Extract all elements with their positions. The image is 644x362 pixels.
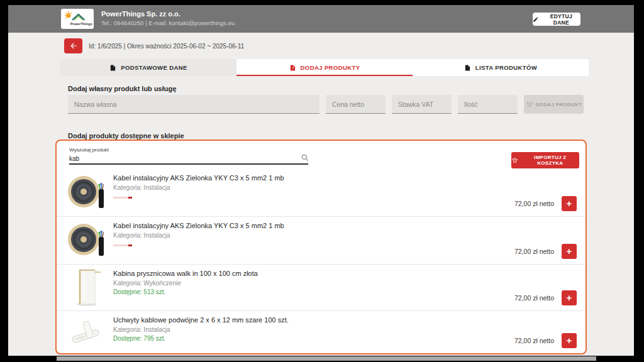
product-image xyxy=(66,314,108,354)
powerthings-logo-icon: PowerThings xyxy=(62,10,92,28)
add-product-button[interactable]: DODAJ PRODUKT xyxy=(524,95,584,114)
company-contact: Tel.: 094640250 | E-mail: kontakt@powert… xyxy=(101,19,235,26)
product-row: Uchwyty kablowe podwójne 2 x 6 x 12 mm s… xyxy=(57,310,586,353)
cable-spool-image xyxy=(67,172,106,211)
shower-panel-image xyxy=(70,268,103,307)
product-category: Kategoria: Wykończenie xyxy=(113,280,258,287)
shop-products-panel: Wyszukaj produkt IMPORTUJ Z KOSZYKA xyxy=(55,140,587,354)
tab-label: PODSTAWOWE DANE xyxy=(121,64,187,71)
company-logo: PowerThings xyxy=(61,9,94,29)
app-header: PowerThings PowerThings Sp. zz o.o. Tel.… xyxy=(8,5,634,33)
product-row: Kabel instalacyjny AKS Zielonka YKY C3 x… xyxy=(57,169,586,216)
add-to-list-button[interactable]: + xyxy=(562,196,577,211)
product-title: Kabel instalacyjny AKS Zielonka YKY C3 x… xyxy=(113,174,284,182)
product-price: 72,00 zł netto xyxy=(514,337,554,344)
tab-dodaj-produkty[interactable]: DODAJ PRODUKTY xyxy=(236,59,413,76)
availability-text: Dostępne: 513 szt. xyxy=(113,288,258,295)
cart-icon xyxy=(526,101,533,108)
shop-products-section-title: Dodaj produkty dostępne w sklepie xyxy=(68,132,184,140)
edit-data-button[interactable]: EDYTUJ DANE xyxy=(533,13,580,26)
document-list-icon xyxy=(464,64,471,72)
product-title: Kabel instalacyjny AKS Zielonka YKY C3 x… xyxy=(113,222,284,229)
screen: PowerThings PowerThings Sp. zz o.o. Tel.… xyxy=(0,0,644,362)
product-title: Uchwyty kablowe podwójne 2 x 6 x 12 mm s… xyxy=(113,316,289,324)
edit-data-label: EDYTUJ DANE xyxy=(542,13,580,26)
search-label: Wyszukaj produkt xyxy=(69,147,109,153)
product-info: Kabel instalacyjny AKS Zielonka YKY C3 x… xyxy=(113,174,284,199)
low-stock-bar xyxy=(113,197,132,199)
custom-product-form: DODAJ PRODUKT xyxy=(68,95,587,114)
cable-clips-image xyxy=(67,317,106,350)
pencil-icon xyxy=(533,16,539,23)
custom-name-input[interactable] xyxy=(68,95,319,114)
product-price: 72,00 zł netto xyxy=(514,294,554,302)
app-window: PowerThings PowerThings Sp. zz o.o. Tel.… xyxy=(8,5,634,356)
document-icon xyxy=(109,64,116,72)
tab-lista-produktow[interactable]: LISTA PRODUKTÓW xyxy=(413,59,589,76)
product-category: Kategoria: Instalacja xyxy=(113,232,284,239)
product-price: 72,00 zł netto xyxy=(514,248,554,255)
search-input[interactable] xyxy=(69,154,308,165)
quantity-input[interactable] xyxy=(458,95,518,114)
document-id-text: Id: 1/6/2025 | Okres ważności 2025-06-02… xyxy=(89,43,244,50)
net-price-input[interactable] xyxy=(326,95,386,114)
product-image xyxy=(66,267,108,307)
product-list: Kabel instalacyjny AKS Zielonka YKY C3 x… xyxy=(57,169,586,353)
company-name: PowerThings Sp. zz o.o. xyxy=(101,10,180,18)
horizontal-scrollbar[interactable] xyxy=(57,356,596,361)
add-product-label: DODAJ PRODUKT xyxy=(536,102,582,107)
svg-text:PowerThings: PowerThings xyxy=(70,22,92,26)
low-stock-bar xyxy=(113,244,132,246)
product-price: 72,00 zł netto xyxy=(514,200,554,207)
back-button[interactable] xyxy=(64,38,82,53)
product-category: Kategoria: Instalacja xyxy=(113,326,289,333)
custom-product-section-title: Dodaj własny produkt lub usługę xyxy=(68,85,176,92)
add-to-list-button[interactable]: + xyxy=(562,244,577,259)
availability-text: Dostępne: 795 szt. xyxy=(113,335,289,342)
vat-rate-input[interactable] xyxy=(392,95,452,114)
product-row: Kabel instalacyjny AKS Zielonka YKY C3 x… xyxy=(57,216,586,264)
tab-label: DODAJ PRODUKTY xyxy=(301,64,360,71)
add-to-list-button[interactable]: + xyxy=(562,290,577,305)
product-info: Kabel instalacyjny AKS Zielonka YKY C3 x… xyxy=(113,222,284,246)
product-image xyxy=(66,172,108,212)
cable-spool-image xyxy=(67,220,106,259)
tab-label: LISTA PRODUKTÓW xyxy=(475,64,537,71)
search-icon[interactable] xyxy=(301,153,311,163)
add-to-list-button[interactable]: + xyxy=(562,333,577,348)
product-info: Uchwyty kablowe podwójne 2 x 6 x 12 mm s… xyxy=(113,316,289,342)
product-row: Kabina prysznicowa walk in 100 x 100 cm … xyxy=(57,264,586,310)
tab-bar: PODSTAWOWE DANE DODAJ PRODUKTY LISTA PRO… xyxy=(60,59,589,76)
cart-import-icon xyxy=(511,157,518,164)
product-image xyxy=(66,219,108,260)
product-category: Kategoria: Instalacja xyxy=(113,184,284,191)
product-info: Kabina prysznicowa walk in 100 x 100 cm … xyxy=(113,270,258,295)
product-title: Kabina prysznicowa walk in 100 x 100 cm … xyxy=(113,270,258,277)
arrow-left-icon xyxy=(69,41,78,50)
tab-podstawowe-dane[interactable]: PODSTAWOWE DANE xyxy=(60,59,236,76)
document-add-icon xyxy=(289,64,296,72)
import-from-cart-button[interactable]: IMPORTUJ Z KOSZYKA xyxy=(511,152,579,168)
import-from-cart-label: IMPORTUJ Z KOSZYKA xyxy=(521,155,579,166)
